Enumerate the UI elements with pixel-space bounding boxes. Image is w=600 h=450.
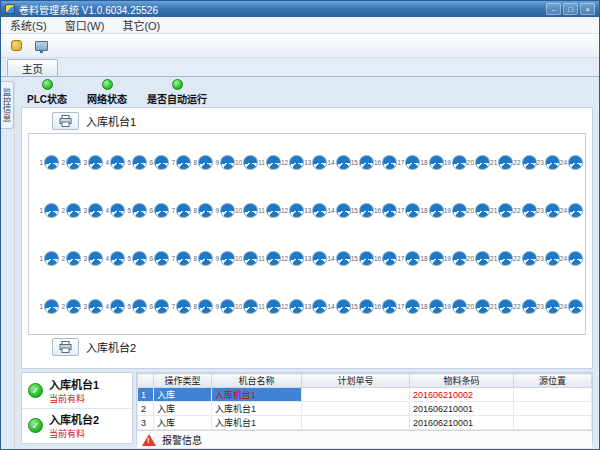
table-row[interactable]: 3入库入库机台1201606210001 — [138, 416, 592, 430]
reel-gauge-icon[interactable] — [88, 251, 103, 266]
reel-gauge-icon[interactable] — [429, 155, 444, 170]
reel-gauge-icon[interactable] — [66, 155, 81, 170]
reel-gauge-icon[interactable] — [545, 251, 560, 266]
reel-gauge-icon[interactable] — [336, 155, 351, 170]
reel-gauge-icon[interactable] — [289, 299, 304, 314]
reel-gauge-icon[interactable] — [312, 155, 327, 170]
table-cell[interactable]: 入库 — [154, 388, 212, 402]
reel-gauge-icon[interactable] — [266, 155, 281, 170]
reel-gauge-icon[interactable] — [405, 203, 420, 218]
machine-card[interactable]: ✓入库机台2当前有料 — [22, 409, 132, 444]
machine-card[interactable]: ✓入库机台1当前有料 — [22, 373, 132, 409]
print-button-station2[interactable] — [52, 338, 79, 356]
reel-gauge-icon[interactable] — [198, 299, 213, 314]
reel-gauge-icon[interactable] — [110, 155, 125, 170]
reel-gauge-icon[interactable] — [66, 251, 81, 266]
table-cell[interactable] — [514, 416, 592, 430]
column-header[interactable]: 物料条码 — [410, 374, 514, 388]
table-cell[interactable]: 入库机台1 — [212, 388, 302, 402]
reel-gauge-icon[interactable] — [568, 203, 583, 218]
reel-gauge-icon[interactable] — [176, 251, 191, 266]
reel-gauge-icon[interactable] — [198, 251, 213, 266]
column-header[interactable]: 操作类型 — [154, 374, 212, 388]
reel-gauge-icon[interactable] — [429, 203, 444, 218]
reel-gauge-icon[interactable] — [198, 203, 213, 218]
reel-gauge-icon[interactable] — [289, 155, 304, 170]
reel-gauge-icon[interactable] — [176, 203, 191, 218]
reel-gauge-icon[interactable] — [382, 251, 397, 266]
table-cell[interactable] — [302, 402, 410, 416]
side-dock-tab[interactable]: 监控信息 — [1, 81, 14, 129]
reel-gauge-icon[interactable] — [154, 299, 169, 314]
reel-gauge-icon[interactable] — [568, 155, 583, 170]
reel-gauge-icon[interactable] — [475, 155, 490, 170]
table-cell[interactable]: 入库机台1 — [212, 416, 302, 430]
reel-gauge-icon[interactable] — [220, 251, 235, 266]
reel-gauge-icon[interactable] — [545, 299, 560, 314]
reel-gauge-icon[interactable] — [220, 155, 235, 170]
reel-gauge-icon[interactable] — [243, 203, 258, 218]
reel-gauge-icon[interactable] — [359, 251, 374, 266]
reel-gauge-icon[interactable] — [312, 251, 327, 266]
reel-gauge-icon[interactable] — [312, 299, 327, 314]
window-control-button[interactable]: □ — [563, 3, 578, 15]
table-row[interactable]: 1入库入库机台1201606210002 — [138, 388, 592, 402]
reel-gauge-icon[interactable] — [132, 203, 147, 218]
window-control-button[interactable]: - — [546, 3, 561, 15]
reel-gauge-icon[interactable] — [220, 203, 235, 218]
reel-gauge-icon[interactable] — [336, 203, 351, 218]
table-cell[interactable]: 入库机台1 — [212, 402, 302, 416]
reel-gauge-icon[interactable] — [88, 299, 103, 314]
reel-gauge-icon[interactable] — [110, 299, 125, 314]
reel-gauge-icon[interactable] — [452, 299, 467, 314]
reel-gauge-icon[interactable] — [44, 251, 59, 266]
alarm-bar[interactable]: 报警信息 — [137, 430, 592, 448]
table-cell[interactable] — [302, 416, 410, 430]
menu-item[interactable]: 窗口(W) — [56, 16, 114, 34]
reel-gauge-icon[interactable] — [382, 155, 397, 170]
reel-gauge-icon[interactable] — [176, 299, 191, 314]
reel-gauge-icon[interactable] — [88, 203, 103, 218]
reel-gauge-icon[interactable] — [405, 299, 420, 314]
reel-gauge-icon[interactable] — [44, 203, 59, 218]
reel-gauge-icon[interactable] — [66, 203, 81, 218]
reel-gauge-icon[interactable] — [498, 155, 513, 170]
toolbar-button-settings[interactable] — [5, 36, 27, 55]
column-header[interactable]: 机台名称 — [212, 374, 302, 388]
reel-gauge-icon[interactable] — [522, 203, 537, 218]
reel-gauge-icon[interactable] — [312, 203, 327, 218]
print-button-station1[interactable] — [52, 112, 79, 130]
reel-gauge-icon[interactable] — [220, 299, 235, 314]
reel-gauge-icon[interactable] — [266, 299, 281, 314]
menu-item[interactable]: 其它(O) — [113, 16, 169, 34]
reel-gauge-icon[interactable] — [429, 251, 444, 266]
reel-gauge-icon[interactable] — [289, 203, 304, 218]
reel-gauge-icon[interactable] — [382, 299, 397, 314]
reel-gauge-icon[interactable] — [382, 203, 397, 218]
toolbar-button-monitor[interactable] — [30, 36, 52, 55]
reel-gauge-icon[interactable] — [568, 299, 583, 314]
reel-gauge-icon[interactable] — [475, 203, 490, 218]
reel-gauge-icon[interactable] — [243, 155, 258, 170]
reel-gauge-icon[interactable] — [498, 203, 513, 218]
reel-gauge-icon[interactable] — [405, 155, 420, 170]
table-row[interactable]: 2入库入库机台1201606210001 — [138, 402, 592, 416]
table-cell[interactable] — [514, 388, 592, 402]
reel-gauge-icon[interactable] — [154, 203, 169, 218]
table-cell[interactable]: 入库 — [154, 416, 212, 430]
table-cell[interactable]: 201606210001 — [410, 402, 514, 416]
reel-gauge-icon[interactable] — [405, 251, 420, 266]
reel-gauge-icon[interactable] — [568, 251, 583, 266]
reel-gauge-icon[interactable] — [522, 299, 537, 314]
reel-gauge-icon[interactable] — [545, 203, 560, 218]
column-header[interactable]: 计划单号 — [302, 374, 410, 388]
reel-gauge-icon[interactable] — [132, 155, 147, 170]
reel-gauge-icon[interactable] — [475, 251, 490, 266]
reel-gauge-icon[interactable] — [522, 155, 537, 170]
reel-gauge-icon[interactable] — [545, 155, 560, 170]
reel-gauge-icon[interactable] — [266, 251, 281, 266]
reel-gauge-icon[interactable] — [154, 251, 169, 266]
reel-gauge-icon[interactable] — [289, 251, 304, 266]
reel-gauge-icon[interactable] — [132, 251, 147, 266]
reel-gauge-icon[interactable] — [44, 155, 59, 170]
